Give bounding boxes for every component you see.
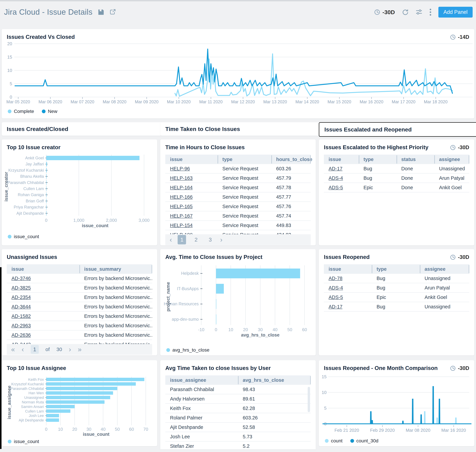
table-cell: HELP-154	[165, 223, 218, 228]
panel-time-range[interactable]: -30D	[450, 254, 469, 260]
legend-label: New	[48, 109, 57, 114]
svg-text:Mar 12 2020: Mar 12 2020	[231, 100, 255, 104]
issue-link[interactable]: AD-3746	[12, 276, 31, 281]
avg-time-by-project-chart: -100102030405060HelpdeskIT-BusAppsHuman …	[160, 261, 316, 355]
issues-created-vs-closed-chart: 05101520Mar 05 2020Mar 06 2020Mar 07 202…	[2, 29, 474, 119]
first-page-button[interactable]: «	[11, 346, 15, 353]
panel-time-range[interactable]: -30D	[450, 145, 469, 151]
issue-link[interactable]: AD-2443	[12, 342, 31, 344]
issue-link[interactable]: AD-17	[329, 166, 342, 171]
table-row: Josh Lee5.73	[165, 432, 311, 442]
prev-page-button[interactable]: ‹	[170, 236, 172, 243]
kebab-menu-icon[interactable]	[429, 8, 432, 16]
column-header[interactable]: issue	[7, 266, 79, 272]
column-header[interactable]: type	[372, 266, 420, 272]
column-header[interactable]: issue	[324, 266, 372, 272]
table-cell: Ankit Goel	[420, 294, 469, 300]
column-header[interactable]: type	[218, 157, 271, 162]
prev-page-button[interactable]: ‹	[22, 346, 24, 353]
section-issues-escalated-reopened[interactable]: Issues Escalated and Reopened	[319, 122, 476, 137]
legend-item[interactable]: count	[325, 438, 343, 444]
issue-link[interactable]: HELP-167	[170, 213, 193, 219]
clock-icon	[450, 254, 456, 260]
issue-link[interactable]: AD-2354	[12, 294, 31, 300]
table-cell: Bug	[372, 276, 420, 281]
table-cell: HELP-164	[165, 185, 218, 190]
table-scrollbar-thumb[interactable]	[308, 387, 310, 412]
page-3-button[interactable]: 3	[206, 237, 214, 243]
issue-link[interactable]: HELP-166	[170, 194, 193, 200]
export-icon[interactable]	[109, 9, 116, 15]
dashboard-controls: -30D Add Panel	[374, 7, 473, 18]
table-row: Stefan Zier5.2	[165, 442, 311, 449]
svg-text:0: 0	[45, 218, 47, 223]
section-time-taken-to-close: Time Taken to Close Issues	[160, 122, 321, 136]
issue-link[interactable]: AD-2963	[12, 323, 31, 328]
table-cell: ADS-5	[324, 294, 372, 300]
table-cell: Errors by backend Microservic...	[79, 276, 152, 281]
unassigned-issues-table: issueissue_summaryAD-3746Errors by backe…	[7, 264, 152, 344]
legend-item[interactable]: Complete	[8, 109, 34, 114]
legend-item[interactable]: issue_count	[8, 439, 39, 444]
issue-link[interactable]: AD-78	[329, 276, 342, 281]
svg-text:20: 20	[72, 427, 77, 432]
table-cell: Done	[397, 175, 434, 181]
current-page-field[interactable]: 1	[31, 345, 39, 354]
table-cell: Bug	[372, 285, 420, 291]
issue-link[interactable]: ADS-5	[329, 185, 343, 190]
column-header[interactable]: assignee	[434, 157, 469, 162]
page-2-button[interactable]: 2	[192, 237, 200, 243]
legend-item[interactable]: count_30d	[350, 438, 378, 444]
issue-link[interactable]: HELP-154	[170, 223, 193, 228]
column-header[interactable]: assignee	[420, 266, 469, 272]
table-cell: Ankit Goel	[434, 185, 469, 190]
svg-text:15: 15	[7, 54, 12, 60]
issue-link[interactable]: ADS-4	[329, 175, 343, 181]
table-cell: AD-3825	[7, 285, 79, 291]
issue-link[interactable]: HELP-163	[170, 175, 193, 181]
top-10-issue-assignee-chart: 010203040506070Keith FoxKrzysztof Kuchar…	[2, 372, 157, 450]
last-page-button[interactable]: »	[78, 346, 81, 353]
column-header[interactable]: status	[397, 157, 434, 162]
issue-link[interactable]: HELP-96	[170, 166, 190, 171]
table-cell: 457.76	[271, 204, 311, 209]
issue-link[interactable]: HELP-164	[170, 185, 193, 190]
column-header[interactable]: issue_assignee	[165, 377, 238, 383]
svg-text:IT-BusApps: IT-BusApps	[177, 286, 199, 291]
table-header-row: issuetypeassignee	[324, 264, 469, 274]
svg-text:2,000: 2,000	[106, 218, 117, 223]
legend-item[interactable]: avg_hrs_to_close	[166, 347, 209, 353]
column-header[interactable]: issue	[165, 157, 218, 162]
table-cell: AD-2963	[7, 323, 79, 328]
dashboard-time-range[interactable]: -30D	[374, 9, 395, 15]
clock-icon	[374, 9, 380, 15]
issue-link[interactable]: AD-3825	[12, 285, 31, 291]
column-header[interactable]: avg_hrs_to_close	[238, 377, 311, 383]
legend-label: Complete	[14, 109, 34, 114]
table-cell: AD-2443	[7, 342, 79, 344]
issue-link[interactable]: HELP-190	[170, 232, 193, 234]
column-header[interactable]: issue_summary	[79, 266, 152, 272]
issue-link[interactable]: AD-2636	[12, 332, 31, 338]
issue-link[interactable]: AD-17	[329, 304, 342, 309]
table-cell: Service Request	[218, 185, 271, 190]
issue-link[interactable]: AD-1582	[12, 313, 31, 319]
next-page-button[interactable]: ›	[220, 236, 222, 243]
save-icon[interactable]	[98, 9, 104, 15]
issue-link[interactable]: HELP-165	[170, 204, 193, 209]
column-header[interactable]: issue	[324, 157, 359, 162]
column-header[interactable]: hours_to_close	[271, 157, 311, 162]
next-page-button[interactable]: ›	[69, 346, 71, 353]
issue-link[interactable]: ADS-5	[329, 294, 343, 300]
svg-text:Rohan Ganiga: Rohan Ganiga	[18, 193, 44, 197]
issue-link[interactable]: AD-3644	[12, 304, 31, 309]
issue-link[interactable]: ADS-4	[329, 285, 343, 291]
display-settings-icon[interactable]	[415, 9, 423, 16]
page-1-button[interactable]: 1	[178, 235, 186, 244]
column-header[interactable]: type	[359, 157, 397, 162]
refresh-icon[interactable]	[402, 9, 409, 16]
legend-label: issue_count	[14, 234, 39, 239]
legend-item[interactable]: New	[42, 109, 57, 114]
add-panel-button[interactable]: Add Panel	[438, 7, 473, 18]
legend-item[interactable]: issue_count	[8, 234, 39, 239]
